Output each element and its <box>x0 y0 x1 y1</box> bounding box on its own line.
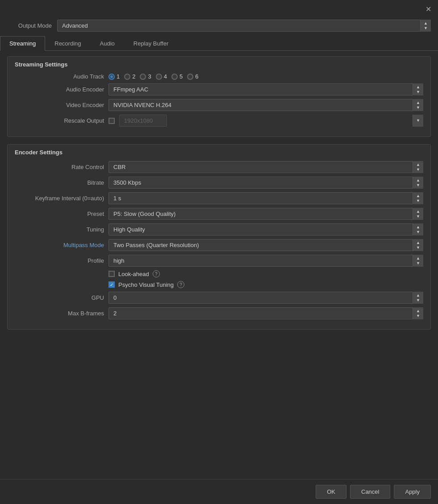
psycho-visual-checkbox[interactable] <box>108 281 115 288</box>
gpu-input[interactable] <box>108 292 423 304</box>
preset-select[interactable]: P5: Slow (Good Quality) <box>108 208 423 220</box>
gpu-row: GPU ▲ ▼ <box>15 292 423 304</box>
ok-button[interactable]: OK <box>316 485 346 499</box>
keyframe-interval-wrap: ▲ ▼ <box>108 192 423 204</box>
title-bar: ✕ <box>0 0 438 16</box>
keyframe-interval-input[interactable] <box>108 192 423 204</box>
tuning-label: Tuning <box>15 226 104 233</box>
output-mode-row: Output Mode Advanced Simple ▲ ▼ <box>0 16 438 36</box>
multipass-mode-arrows: ▲ ▼ <box>413 239 423 251</box>
track-1-radio <box>108 74 115 80</box>
track-4-label: 4 <box>164 73 167 80</box>
keyframe-interval-row: Keyframe Interval (0=auto) ▲ ▼ <box>15 192 423 204</box>
video-encoder-wrap: NVIDIA NVENC H.264 ▲ ▼ <box>108 99 423 111</box>
track-1-item[interactable]: 1 <box>108 73 120 80</box>
tuning-arrows: ▲ ▼ <box>413 223 423 235</box>
bottom-bar: OK Cancel Apply <box>0 479 438 504</box>
rescale-arrows: ▼ <box>413 115 423 127</box>
audio-encoder-select[interactable]: FFmpeg AAC <box>108 83 423 95</box>
audio-track-group: 1 2 3 4 5 <box>108 73 198 80</box>
multipass-mode-row: Multipass Mode Two Passes (Quarter Resol… <box>15 239 423 251</box>
bitrate-row: Bitrate ▲ ▼ <box>15 177 423 189</box>
streaming-settings-title: Streaming Settings <box>15 61 423 68</box>
output-mode-select[interactable]: Advanced Simple <box>57 20 431 32</box>
look-ahead-row: Look-ahead ? <box>15 270 423 277</box>
apply-button[interactable]: Apply <box>394 485 431 499</box>
rescale-resolution-wrap: 1920x1080 ▼ <box>119 115 423 127</box>
audio-encoder-arrows: ▲ ▼ <box>413 83 423 95</box>
content: Streaming Settings Audio Track 1 2 3 <box>0 51 438 479</box>
keyframe-interval-arrows[interactable]: ▲ ▼ <box>413 192 423 204</box>
rate-control-row: Rate Control CBR ▲ ▼ <box>15 161 423 173</box>
profile-select[interactable]: high <box>108 255 423 267</box>
track-6-label: 6 <box>195 73 198 80</box>
preset-row: Preset P5: Slow (Good Quality) ▲ ▼ <box>15 208 423 220</box>
track-4-item[interactable]: 4 <box>156 73 167 80</box>
tab-streaming[interactable]: Streaming <box>0 36 45 51</box>
track-5-item[interactable]: 5 <box>171 73 183 80</box>
track-1-label: 1 <box>117 73 120 80</box>
max-bframes-input[interactable] <box>108 307 423 319</box>
video-encoder-row: Video Encoder NVIDIA NVENC H.264 ▲ ▼ <box>15 99 423 111</box>
track-2-label: 2 <box>132 73 135 80</box>
profile-label: Profile <box>15 257 104 264</box>
multipass-mode-select[interactable]: Two Passes (Quarter Resolution) <box>108 239 423 251</box>
rate-control-arrows: ▲ ▼ <box>413 161 423 173</box>
profile-arrows: ▲ ▼ <box>413 255 423 267</box>
close-button[interactable]: ✕ <box>423 4 434 14</box>
track-6-item[interactable]: 6 <box>187 73 198 80</box>
rate-control-select[interactable]: CBR <box>108 161 423 173</box>
bitrate-arrows[interactable]: ▲ ▼ <box>413 177 423 189</box>
encoder-settings-section: Encoder Settings Rate Control CBR ▲ ▼ Bi… <box>7 144 431 330</box>
look-ahead-help-icon[interactable]: ? <box>153 270 160 277</box>
rescale-resolution-select[interactable]: 1920x1080 <box>119 115 167 127</box>
look-ahead-checkbox[interactable] <box>108 271 115 277</box>
tuning-select[interactable]: High Quality <box>108 223 423 235</box>
rescale-output-label: Rescale Output <box>15 117 104 124</box>
bitrate-wrap: ▲ ▼ <box>108 177 423 189</box>
rescale-output-checkbox[interactable] <box>108 118 115 124</box>
tabs: Streaming Recording Audio Replay Buffer <box>0 36 438 51</box>
tab-recording[interactable]: Recording <box>45 36 90 50</box>
max-bframes-row: Max B-frames ▲ ▼ <box>15 307 423 319</box>
psycho-visual-label: Psycho Visual Tuning <box>118 281 174 288</box>
preset-label: Preset <box>15 211 104 217</box>
tab-audio[interactable]: Audio <box>91 36 124 50</box>
bitrate-input[interactable] <box>108 177 423 189</box>
streaming-settings-section: Streaming Settings Audio Track 1 2 3 <box>7 56 431 137</box>
audio-track-label: Audio Track <box>15 73 104 80</box>
psycho-visual-help-icon[interactable]: ? <box>177 281 184 288</box>
track-5-label: 5 <box>179 73 183 80</box>
video-encoder-label: Video Encoder <box>15 102 104 108</box>
preset-wrap: P5: Slow (Good Quality) ▲ ▼ <box>108 208 423 220</box>
output-mode-label: Output Mode <box>7 22 52 29</box>
rate-control-wrap: CBR ▲ ▼ <box>108 161 423 173</box>
track-2-radio <box>124 74 130 80</box>
look-ahead-label: Look-ahead <box>118 271 149 277</box>
track-3-radio <box>140 74 146 80</box>
gpu-arrows[interactable]: ▲ ▼ <box>413 292 423 304</box>
dialog: ✕ Output Mode Advanced Simple ▲ ▼ Stream… <box>0 0 438 504</box>
track-3-item[interactable]: 3 <box>140 73 151 80</box>
max-bframes-wrap: ▲ ▼ <box>108 307 423 319</box>
track-2-item[interactable]: 2 <box>124 73 135 80</box>
tuning-wrap: High Quality ▲ ▼ <box>108 223 423 235</box>
video-encoder-arrows: ▲ ▼ <box>413 99 423 111</box>
multipass-mode-wrap: Two Passes (Quarter Resolution) ▲ ▼ <box>108 239 423 251</box>
bitrate-label: Bitrate <box>15 179 104 186</box>
track-3-label: 3 <box>148 73 151 80</box>
preset-arrows: ▲ ▼ <box>413 208 423 220</box>
video-encoder-select[interactable]: NVIDIA NVENC H.264 <box>108 99 423 111</box>
rescale-output-row: Rescale Output 1920x1080 ▼ <box>15 115 423 127</box>
audio-encoder-label: Audio Encoder <box>15 86 104 93</box>
tab-replay-buffer[interactable]: Replay Buffer <box>124 36 178 50</box>
audio-encoder-wrap: FFmpeg AAC ▲ ▼ <box>108 83 423 95</box>
track-4-radio <box>156 74 162 80</box>
rescale-output-controls: 1920x1080 ▼ <box>108 115 423 127</box>
audio-track-row: Audio Track 1 2 3 <box>15 73 423 80</box>
audio-encoder-row: Audio Encoder FFmpeg AAC ▲ ▼ <box>15 83 423 95</box>
track-5-radio <box>171 74 178 80</box>
gpu-label: GPU <box>15 294 104 301</box>
cancel-button[interactable]: Cancel <box>350 485 390 499</box>
max-bframes-arrows[interactable]: ▲ ▼ <box>413 307 423 319</box>
